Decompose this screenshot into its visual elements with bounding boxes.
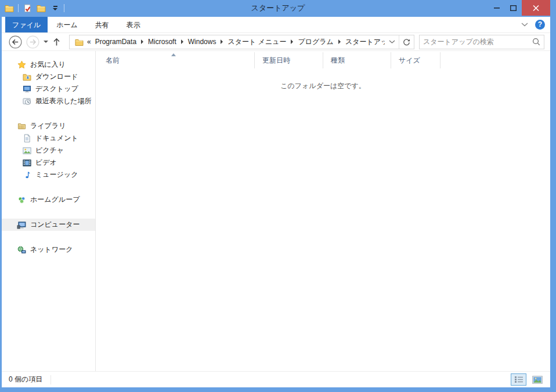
- column-headers: 名前 更新日時 種類 サイズ: [96, 52, 550, 68]
- navigation-toolbar: « ProgramData Microsoft Windows スタート メニュ…: [2, 33, 550, 51]
- navigation-pane: お気に入り ダウンロード デスクトップ: [2, 51, 96, 371]
- libraries-icon: [17, 122, 26, 130]
- tab-share[interactable]: 共有: [86, 17, 118, 32]
- column-header-size[interactable]: サイズ: [391, 52, 441, 68]
- chevron-down-icon: [521, 23, 528, 27]
- sidebar-item-downloads[interactable]: ダウンロード: [2, 71, 95, 83]
- sidebar-item-label: ミュージック: [35, 170, 78, 180]
- search-input[interactable]: [420, 38, 529, 46]
- forward-button[interactable]: [26, 35, 39, 49]
- download-folder-icon: [22, 73, 31, 81]
- ribbon-tab-row: ファイル ホーム 共有 表示 ?: [2, 17, 550, 33]
- up-button[interactable]: [52, 37, 61, 46]
- breadcrumb-separator-icon[interactable]: [141, 39, 143, 44]
- sidebar-item-recent-places[interactable]: 最近表示した場所: [2, 95, 95, 107]
- network-icon: [17, 246, 26, 254]
- close-icon: [533, 5, 539, 11]
- minimize-button[interactable]: [488, 0, 505, 16]
- sidebar-group-favorites: お気に入り ダウンロード デスクトップ: [2, 59, 95, 107]
- breadcrumb-segment[interactable]: プログラム: [295, 37, 336, 47]
- breadcrumb-overflow[interactable]: «: [85, 38, 92, 46]
- status-bar: 0 個の項目: [2, 371, 550, 387]
- sidebar-item-music[interactable]: ミュージック: [2, 169, 95, 181]
- refresh-button[interactable]: [399, 35, 414, 49]
- explorer-window: スタートアップ ファイル ホーム 共有 表示: [0, 0, 556, 392]
- qat-customize-button[interactable]: [50, 2, 60, 14]
- maximize-icon: [510, 5, 517, 11]
- details-view-icon: [514, 376, 523, 383]
- large-icons-view-button[interactable]: [529, 373, 545, 386]
- breadcrumb-segment[interactable]: Windows: [185, 38, 219, 46]
- sidebar-item-homegroup[interactable]: ホームグループ: [2, 194, 95, 206]
- breadcrumb-separator-icon[interactable]: [338, 39, 341, 44]
- close-button[interactable]: [522, 0, 550, 16]
- column-header-type[interactable]: 種類: [323, 52, 391, 68]
- sidebar-item-label: ビデオ: [35, 158, 57, 168]
- breadcrumb-separator-icon[interactable]: [181, 39, 183, 44]
- sidebar-group-network: ネットワーク: [2, 244, 95, 256]
- breadcrumb-separator-icon[interactable]: [221, 39, 223, 44]
- view-buttons: [511, 373, 545, 386]
- window-menu-folder-icon[interactable]: [4, 2, 15, 14]
- sidebar-item-label: ホームグループ: [30, 195, 80, 205]
- qat-properties-button[interactable]: [22, 2, 33, 14]
- help-icon: ?: [535, 20, 545, 30]
- sidebar-item-videos[interactable]: ビデオ: [2, 157, 95, 169]
- sidebar-item-network[interactable]: ネットワーク: [2, 244, 95, 256]
- client-area: ファイル ホーム 共有 表示 ?: [2, 17, 550, 387]
- sidebar-item-label: ダウンロード: [35, 72, 78, 82]
- minimize-icon: [494, 5, 500, 10]
- sidebar-group-computer: コンピューター: [2, 219, 95, 231]
- sidebar-item-favorites[interactable]: お気に入り: [2, 59, 95, 71]
- titlebar: スタートアップ: [0, 0, 556, 17]
- column-header-name[interactable]: 名前: [96, 52, 255, 68]
- breadcrumb-segment-current[interactable]: スタートアップ: [342, 37, 385, 47]
- qat-customize-bar: [53, 6, 57, 7]
- qat-new-folder-button[interactable]: [36, 2, 46, 14]
- document-icon: [22, 134, 31, 143]
- empty-folder-message: このフォルダーは空です。: [96, 81, 550, 91]
- tab-file[interactable]: ファイル: [5, 17, 48, 32]
- recent-locations-button[interactable]: [44, 41, 48, 43]
- expand-ribbon-button[interactable]: [521, 23, 528, 27]
- sidebar-item-label: 最近表示した場所: [35, 96, 92, 106]
- thumbnail-view-icon: [532, 376, 543, 384]
- breadcrumb-segment[interactable]: ProgramData: [92, 38, 139, 46]
- pictures-icon: [22, 147, 31, 154]
- column-header-label: 種類: [331, 56, 345, 66]
- breadcrumb-segment[interactable]: スタート メニュー: [225, 37, 289, 47]
- chevron-down-icon: [389, 40, 395, 43]
- status-separator: [50, 375, 51, 384]
- window-title: スタートアップ: [70, 0, 486, 17]
- sidebar-item-label: ネットワーク: [30, 245, 73, 255]
- breadcrumb-separator-icon[interactable]: [291, 39, 293, 44]
- sidebar-group-libraries: ライブラリ ドキュメント ピクチャ: [2, 120, 95, 181]
- back-button[interactable]: [9, 35, 22, 49]
- tab-home[interactable]: ホーム: [48, 17, 86, 32]
- back-arrow-icon: [9, 35, 22, 49]
- help-button[interactable]: ?: [535, 20, 545, 30]
- search-box: [419, 35, 544, 49]
- ribbon-right-controls: ?: [521, 17, 550, 32]
- address-dropdown-button[interactable]: [385, 35, 399, 49]
- video-icon: [22, 159, 31, 166]
- sidebar-group-homegroup: ホームグループ: [2, 194, 95, 206]
- details-view-button[interactable]: [511, 373, 526, 386]
- sidebar-item-label: お気に入り: [30, 60, 66, 70]
- recent-places-icon: [22, 97, 31, 106]
- file-list: 名前 更新日時 種類 サイズ このフォルダーは空です。: [96, 51, 550, 371]
- new-folder-icon: [37, 4, 46, 12]
- breadcrumb-segment[interactable]: Microsoft: [145, 38, 179, 46]
- tab-view[interactable]: 表示: [118, 17, 149, 32]
- sidebar-item-pictures[interactable]: ピクチャ: [2, 144, 95, 157]
- address-bar[interactable]: « ProgramData Microsoft Windows スタート メニュ…: [69, 35, 414, 49]
- breadcrumb: « ProgramData Microsoft Windows スタート メニュ…: [70, 37, 385, 47]
- column-header-date-modified[interactable]: 更新日時: [255, 52, 323, 68]
- sidebar-item-desktop[interactable]: デスクトップ: [2, 83, 95, 95]
- sidebar-item-libraries[interactable]: ライブラリ: [2, 120, 95, 132]
- sidebar-item-documents[interactable]: ドキュメント: [2, 132, 95, 144]
- column-header-label: サイズ: [399, 56, 420, 66]
- maximize-button[interactable]: [505, 0, 522, 16]
- chevron-down-icon: [44, 41, 48, 43]
- sidebar-item-computer[interactable]: コンピューター: [2, 219, 95, 231]
